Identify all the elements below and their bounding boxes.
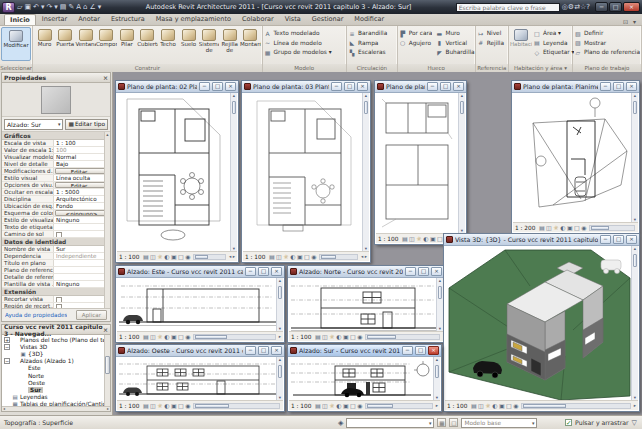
- tree-expander[interactable]: [4, 394, 10, 400]
- edit-type-button[interactable]: ▦ Editar tipo: [65, 119, 108, 130]
- tree-expander[interactable]: [12, 351, 18, 357]
- crop-view-icon[interactable]: ▣: [297, 254, 303, 260]
- property-value[interactable]: 1 : 5000: [54, 189, 110, 195]
- property-row[interactable]: Detalle de referen...: [2, 274, 110, 281]
- detail-level-icon[interactable]: ▤: [269, 254, 275, 260]
- reveal-hidden-icon[interactable]: ◉: [311, 254, 316, 260]
- ribbon-item[interactable]: ▤ Leyenda: [533, 39, 574, 48]
- property-row[interactable]: Nivel de detalle Bajo: [2, 161, 110, 168]
- ribbon-button[interactable]: Pilar: [117, 27, 138, 63]
- crop-view-icon[interactable]: ▣: [171, 403, 177, 409]
- close-button[interactable]: ×: [225, 82, 236, 91]
- property-row[interactable]: Dependencia Independiente: [2, 253, 110, 260]
- scroll-left-icon[interactable]: ◂: [3, 407, 5, 411]
- habitacion-button[interactable]: Habitación: [510, 27, 532, 57]
- ribbon-tab[interactable]: Insertar: [37, 14, 72, 25]
- crop-region-icon[interactable]: □: [304, 254, 310, 260]
- property-value[interactable]: Normal: [54, 154, 110, 160]
- restore-button[interactable]: □: [258, 267, 269, 276]
- vertical-scrollbar[interactable]: ▴▾: [230, 93, 237, 251]
- sun-path-icon[interactable]: ☼: [329, 334, 334, 340]
- ribbon-tab[interactable]: Modificar: [349, 14, 389, 25]
- detail-level-icon[interactable]: ▤: [402, 236, 408, 242]
- tree-expander[interactable]: [12, 373, 18, 379]
- detail-level-icon[interactable]: ▤: [471, 403, 477, 409]
- horizontal-scrollbar[interactable]: [193, 403, 280, 409]
- tree-item[interactable]: Este: [2, 365, 110, 372]
- section-graficos[interactable]: Gráficos ˆ: [2, 132, 110, 140]
- drawing-area[interactable]: ▴▾: [117, 93, 237, 251]
- vertical-scrollbar[interactable]: ▴▾: [276, 357, 283, 400]
- vertical-scrollbar[interactable]: ▴▾: [276, 278, 283, 331]
- ribbon-button[interactable]: Componente: [96, 27, 117, 63]
- vertical-scrollbar[interactable]: ▴▾: [631, 246, 638, 400]
- crop-region-icon[interactable]: □: [506, 403, 512, 409]
- modify-pencil-icon[interactable]: ✎: [68, 2, 74, 12]
- horizontal-scrollbar[interactable]: [589, 225, 635, 231]
- minimize-button[interactable]: ─: [199, 82, 210, 91]
- window-titlebar[interactable]: Alzado: Oeste - Curso vcc revit 2011 cap…: [116, 345, 284, 357]
- ribbon-button[interactable]: Ventana: [75, 27, 96, 63]
- property-value[interactable]: Sur: [54, 246, 110, 252]
- horizontal-scrollbar[interactable]: [365, 334, 440, 340]
- view-scale[interactable]: 1 : 200: [515, 225, 535, 231]
- property-row[interactable]: Texto de etiqueta...: [2, 224, 110, 231]
- visual-style-icon[interactable]: ◫: [546, 225, 552, 231]
- crop-region-icon[interactable]: □: [574, 225, 580, 231]
- press-drag-checkbox[interactable]: ✓: [565, 419, 572, 426]
- scroll-right-icon[interactable]: ▸: [365, 254, 367, 259]
- group-title-plano-de-trabajo[interactable]: Plano de trabajo: [573, 64, 641, 72]
- properties-scrollbar[interactable]: ▴: [104, 132, 110, 308]
- property-value[interactable]: [54, 267, 110, 273]
- window-titlebar[interactable]: Plano de planta: 04 Azotea - Cur... ─ □ …: [375, 81, 466, 93]
- window-titlebar[interactable]: Alzado: Este - Curso vcc revit 2011 capi…: [116, 266, 284, 278]
- measure-icon[interactable]: ∠: [90, 2, 96, 12]
- print-icon[interactable]: ▤: [60, 2, 67, 12]
- close-button[interactable]: ×: [626, 82, 637, 91]
- ribbon-item[interactable]: ▧ Definir: [574, 29, 640, 38]
- ribbon-button[interactable]: Rejilla de muro cortina: [219, 27, 240, 63]
- ribbon-item[interactable]: # Rejilla: [477, 39, 507, 48]
- minimize-button[interactable]: ─: [600, 235, 611, 244]
- drawing-area[interactable]: ▴▾: [445, 246, 638, 400]
- default-3d-view-icon[interactable]: ⌂: [83, 2, 87, 12]
- app-maximize-button[interactable]: □: [609, 2, 622, 12]
- project-browser-close-icon[interactable]: ×: [103, 326, 108, 333]
- close-button[interactable]: ×: [357, 82, 368, 91]
- properties-close-icon[interactable]: ×: [103, 74, 108, 81]
- property-value[interactable]: Editar...: [55, 182, 106, 188]
- ribbon-item[interactable]: ▛ Por cara: [399, 29, 433, 38]
- sun-path-icon[interactable]: ☼: [485, 403, 490, 409]
- browser-scrollbar[interactable]: [104, 335, 110, 406]
- detail-level-icon[interactable]: ▤: [315, 334, 321, 340]
- shadows-icon[interactable]: ◐: [164, 254, 169, 260]
- ribbon-button[interactable]: Suelo: [178, 27, 199, 63]
- detail-level-icon[interactable]: ▤: [143, 334, 149, 340]
- group-title-referencia[interactable]: Referencia: [476, 64, 508, 72]
- property-row[interactable]: Plano de referencia: [2, 267, 110, 274]
- property-value[interactable]: [54, 274, 110, 280]
- ribbon-item[interactable]: ▚ Escaleras: [348, 48, 396, 57]
- help-icon[interactable]: ?: [586, 3, 590, 11]
- window-titlebar[interactable]: Vista 3D: {3D} - Curso vcc revit 2011 ca…: [444, 234, 639, 246]
- property-value[interactable]: 1 : 100: [54, 140, 110, 146]
- vertical-scrollbar[interactable]: ▴▾: [458, 93, 465, 233]
- crop-region-icon[interactable]: □: [350, 403, 356, 409]
- property-row[interactable]: Modificaciones d... Editar...: [2, 168, 110, 175]
- group-title-seleccionar[interactable]: Seleccionar: [0, 64, 32, 72]
- tree-item[interactable]: Oeste: [2, 379, 110, 386]
- horizontal-scrollbar[interactable]: [193, 254, 226, 260]
- shadows-icon[interactable]: ◐: [290, 254, 295, 260]
- restore-button[interactable]: □: [212, 82, 223, 91]
- shadows-icon[interactable]: ◐: [560, 225, 565, 231]
- property-value[interactable]: Editar...: [55, 168, 106, 174]
- ribbon-tab[interactable]: Masa y emplazamiento: [151, 14, 236, 25]
- ribbon-item[interactable]: ◣ Rampa: [348, 39, 396, 48]
- apply-button[interactable]: Aplicar: [76, 310, 107, 320]
- property-row[interactable]: Valor de escala 1: 100: [2, 147, 110, 154]
- view-scale[interactable]: 1 : 100: [245, 254, 265, 260]
- horizontal-scrollbar[interactable]: [365, 403, 433, 409]
- shadows-icon[interactable]: ◐: [492, 403, 497, 409]
- app-minimize-button[interactable]: ─: [595, 2, 608, 12]
- reveal-hidden-icon[interactable]: ◉: [185, 254, 190, 260]
